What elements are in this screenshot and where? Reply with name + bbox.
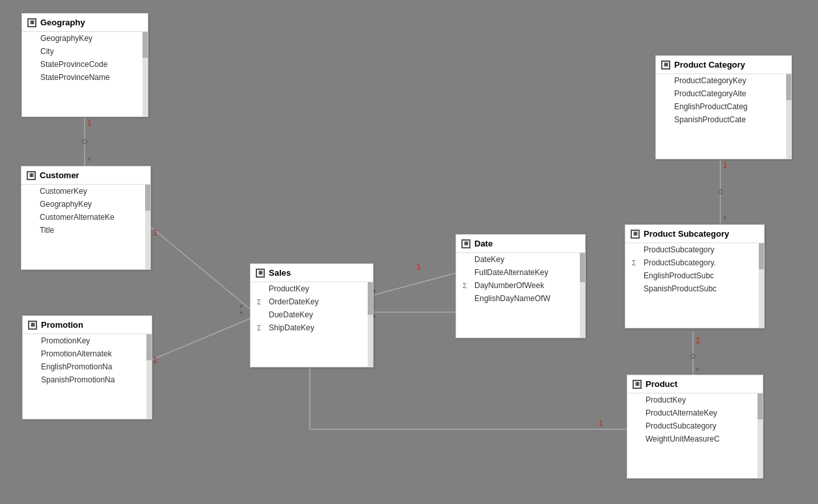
svg-text:*: * bbox=[239, 309, 243, 319]
field-icon: Σ bbox=[257, 298, 266, 306]
table-sales[interactable]: ⊞ Sales ProductKey Σ OrderDateKey DueDat… bbox=[250, 263, 374, 367]
table-row: CustomerAlternateKe bbox=[21, 211, 150, 224]
table-product-category[interactable]: ⊞ Product Category ProductCategoryKey Pr… bbox=[655, 55, 792, 159]
table-product-category-header: ⊞ Product Category bbox=[656, 56, 791, 74]
field-icon: Σ bbox=[463, 282, 472, 289]
svg-line-7 bbox=[149, 319, 250, 361]
table-date-body: DateKey FullDateAlternateKey Σ DayNumber… bbox=[456, 253, 585, 338]
table-geography[interactable]: ⊞ Geography GeographyKey City StateProvi… bbox=[21, 13, 148, 117]
table-promotion-header: ⊞ Promotion bbox=[23, 316, 152, 334]
table-geography-body: GeographyKey City StateProvinceCode Stat… bbox=[22, 32, 148, 116]
table-geography-header: ⊞ Geography bbox=[22, 14, 148, 32]
table-row: WeightUnitMeasureC bbox=[627, 432, 763, 445]
table-row: SpanishProductSubc bbox=[625, 282, 764, 295]
table-promotion[interactable]: ⊞ Promotion PromotionKey PromotionAltern… bbox=[22, 315, 152, 419]
field-icon: Σ bbox=[632, 259, 641, 267]
table-row: ProductSubcategory bbox=[627, 419, 763, 432]
svg-point-17 bbox=[718, 190, 722, 194]
table-product-subcategory-body: ProductSubcategory Σ ProductSubcategory.… bbox=[625, 243, 764, 328]
field-icon: Σ bbox=[257, 325, 266, 332]
table-icon: ⊞ bbox=[661, 60, 670, 70]
table-row: FullDateAlternateKey bbox=[456, 266, 585, 279]
table-sales-header: ⊞ Sales bbox=[251, 264, 373, 282]
table-row: SpanishPromotionNa bbox=[23, 373, 152, 386]
table-row: StateProvinceName bbox=[22, 71, 148, 84]
table-row: DueDateKey bbox=[251, 308, 373, 321]
table-date-header: ⊞ Date bbox=[456, 235, 585, 253]
table-geography-title: Geography bbox=[40, 18, 85, 27]
table-row: EnglishDayNameOfW bbox=[456, 292, 585, 305]
svg-text:*: * bbox=[239, 302, 243, 313]
table-product-category-title: Product Category bbox=[674, 60, 745, 70]
table-sales-title: Sales bbox=[269, 268, 291, 278]
table-product-body: ProductKey ProductAlternateKey ProductSu… bbox=[627, 393, 763, 478]
table-row: Σ OrderDateKey bbox=[251, 295, 373, 308]
table-row: CustomerKey bbox=[21, 185, 150, 198]
table-row: PromotionKey bbox=[23, 334, 152, 347]
table-row: Σ ProductSubcategory. bbox=[625, 256, 764, 269]
table-row: EnglishProductCateg bbox=[656, 100, 791, 113]
svg-text:*: * bbox=[87, 155, 91, 166]
svg-point-2 bbox=[83, 140, 87, 144]
table-icon: ⊞ bbox=[461, 239, 470, 248]
table-customer-header: ⊞ Customer bbox=[21, 166, 150, 185]
table-product-subcategory[interactable]: ⊞ Product Subcategory ProductSubcategory… bbox=[625, 224, 765, 328]
table-sales-body: ProductKey Σ OrderDateKey DueDateKey Σ S… bbox=[251, 282, 373, 367]
table-row: StateProvinceCode bbox=[22, 58, 148, 71]
table-row: ProductKey bbox=[251, 282, 373, 295]
table-icon: ⊞ bbox=[28, 321, 37, 330]
table-product-header: ⊞ Product bbox=[627, 375, 763, 393]
table-customer-body: CustomerKey GeographyKey CustomerAlterna… bbox=[21, 185, 150, 269]
table-row: EnglishPromotionNa bbox=[23, 360, 152, 373]
svg-point-21 bbox=[691, 354, 695, 358]
table-row: ProductSubcategory bbox=[625, 243, 764, 256]
table-icon: ⊞ bbox=[633, 380, 642, 389]
table-row: GeographyKey bbox=[21, 198, 150, 211]
table-icon: ⊞ bbox=[631, 230, 640, 239]
svg-text:1: 1 bbox=[153, 228, 157, 237]
table-date[interactable]: ⊞ Date DateKey FullDateAlternateKey Σ Da… bbox=[456, 234, 586, 338]
table-row: ProductKey bbox=[627, 393, 763, 406]
table-product-title: Product bbox=[646, 379, 677, 389]
table-product-category-body: ProductCategoryKey ProductCategoryAlte E… bbox=[656, 74, 791, 159]
diagram-canvas: 1 * 1 * 1 * 1 * * 1 * 1 * 1 ▲ bbox=[0, 0, 818, 504]
svg-text:1: 1 bbox=[723, 161, 728, 170]
table-row: EnglishProductSubc bbox=[625, 269, 764, 282]
table-product-subcategory-header: ⊞ Product Subcategory bbox=[625, 225, 764, 243]
table-date-title: Date bbox=[474, 239, 493, 248]
table-row: ProductCategoryKey bbox=[656, 74, 791, 87]
table-product[interactable]: ⊞ Product ProductKey ProductAlternateKey… bbox=[627, 375, 763, 479]
svg-text:1: 1 bbox=[416, 263, 421, 272]
svg-text:1: 1 bbox=[696, 336, 700, 345]
table-row: Title bbox=[21, 224, 150, 237]
table-promotion-body: PromotionKey PromotionAlternatek English… bbox=[23, 334, 152, 419]
table-row: GeographyKey bbox=[22, 32, 148, 45]
table-row: ProductCategoryAlte bbox=[656, 87, 791, 100]
table-customer-title: Customer bbox=[40, 170, 79, 180]
svg-text:*: * bbox=[723, 214, 727, 224]
table-row: SpanishProductCate bbox=[656, 113, 791, 126]
table-icon: ⊞ bbox=[27, 171, 36, 180]
svg-line-10 bbox=[370, 273, 456, 296]
table-row: City bbox=[22, 45, 148, 58]
table-row: Σ ShipDateKey bbox=[251, 321, 373, 334]
table-customer[interactable]: ⊞ Customer CustomerKey GeographyKey Cust… bbox=[21, 166, 151, 270]
table-row: Σ DayNumberOfWeek bbox=[456, 279, 585, 292]
table-promotion-title: Promotion bbox=[41, 320, 83, 330]
table-icon: ⊞ bbox=[27, 18, 36, 27]
table-row: PromotionAlternatek bbox=[23, 347, 152, 360]
svg-text:1: 1 bbox=[87, 118, 92, 127]
svg-text:1: 1 bbox=[153, 356, 157, 365]
svg-line-4 bbox=[148, 224, 250, 309]
table-row: DateKey bbox=[456, 253, 585, 266]
table-row: ProductAlternateKey bbox=[627, 406, 763, 419]
svg-text:1: 1 bbox=[599, 419, 603, 428]
table-product-subcategory-title: Product Subcategory bbox=[644, 229, 729, 239]
table-icon: ⊞ bbox=[256, 269, 265, 278]
